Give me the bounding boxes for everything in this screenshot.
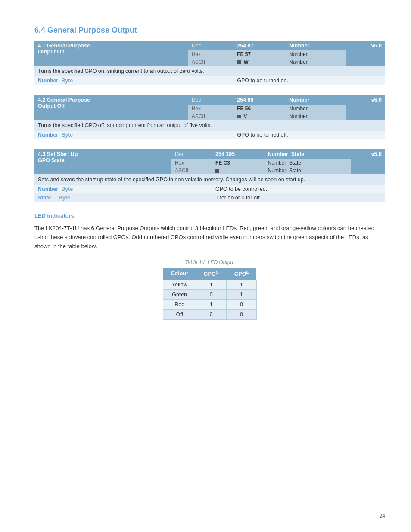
command-table-4-2: 4.2 General Purpose Output Off Dec 254 8… <box>34 95 385 139</box>
cmd-ascii-param-4-3: Number State <box>265 167 351 174</box>
table-caption: Table 14: LED Output <box>34 259 385 265</box>
cmd-type-dec-4-3: Dec <box>171 149 212 159</box>
cmd-ascii-param-4-2: Number <box>286 112 346 120</box>
cmd-version-4-2: v5.0 <box>346 95 385 120</box>
led-colour-off: Off <box>163 309 196 319</box>
led-table: Colour GPOO GPOE Yellow 1 1 Green 0 1 Re… <box>163 268 257 319</box>
cmd-desc-4-1: Turns the specified GPO on, sinking curr… <box>34 66 385 76</box>
led-colour-yellow: Yellow <box>163 280 196 289</box>
led-off-gpoe: 0 <box>227 309 257 319</box>
cmd-desc-row-4-2: Turns the specified GPO off, sourcing cu… <box>34 120 385 131</box>
cmd-version-4-1: v5.0 <box>346 41 385 66</box>
cmd-name-4-3: 4.3 Set Start Up GPO State <box>34 149 171 174</box>
cmd-ascii-param-4-1: Number <box>286 58 346 66</box>
cmd-param-row-4-2-0: Number Byte GPO to be turned off. <box>34 131 385 139</box>
section-number: 6.4 <box>34 26 45 34</box>
led-row-yellow: Yellow 1 1 <box>163 280 257 289</box>
cmd-hex-param-4-3: Number State <box>265 159 351 167</box>
cmd-type-hex-4-3: Hex <box>171 159 212 167</box>
cmd-ascii-val-4-1: W <box>234 58 286 66</box>
led-green-gpoe: 1 <box>227 289 257 299</box>
cmd-header-row-4-1: 4.1 General Purpose Output On Dec 254 87… <box>34 41 385 50</box>
command-block-4-3: 4.3 Set Start Up GPO State Dec 254 195 N… <box>34 149 385 202</box>
cmd-dec-val-4-1: 254 87 <box>234 41 286 50</box>
led-row-off: Off 0 0 <box>163 309 257 319</box>
section-title: 6.4 General Purpose Output <box>34 26 385 35</box>
led-col-gpo0: GPOO <box>196 268 227 280</box>
cmd-hex-val-4-3: FE C3 <box>212 159 265 167</box>
cmd-desc-row-4-3: Sets and saves the start up state of the… <box>34 174 385 185</box>
cmd-desc-4-2: Turns the specified GPO off, sourcing cu… <box>34 120 385 131</box>
led-row-green: Green 0 1 <box>163 289 257 299</box>
cmd-name-4-1: 4.1 General Purpose Output On <box>34 41 188 66</box>
led-table-header-row: Colour GPOO GPOE <box>163 268 257 280</box>
cmd-dec-param-4-1: Number <box>286 41 346 50</box>
cmd-type-hex-4-1: Hex <box>188 50 234 58</box>
cmd-hex-param-4-1: Number <box>286 50 346 58</box>
cmd-hex-val-4-1: FE 57 <box>234 50 286 58</box>
cmd-type-ascii-4-3: ASCII <box>171 167 212 174</box>
led-red-gpo0: 1 <box>196 299 227 309</box>
led-yellow-gpo0: 1 <box>196 280 227 289</box>
cmd-dec-param-4-2: Number <box>286 95 346 105</box>
cmd-dec-val-4-3: 254 195 <box>212 149 265 159</box>
cmd-header-row-4-3: 4.3 Set Start Up GPO State Dec 254 195 N… <box>34 149 385 159</box>
command-block-4-2: 4.2 General Purpose Output Off Dec 254 8… <box>34 95 385 139</box>
cmd-ascii-val-4-2: V <box>234 112 286 120</box>
section-heading: General Purpose Output <box>47 26 137 34</box>
page-number: 24 <box>380 513 385 519</box>
cmd-ascii-val-4-3: ├ <box>212 167 265 174</box>
cmd-type-dec-4-1: Dec <box>188 41 234 50</box>
command-table-4-1: 4.1 General Purpose Output On Dec 254 87… <box>34 41 385 85</box>
led-colour-green: Green <box>163 289 196 299</box>
cmd-type-dec-4-2: Dec <box>188 95 234 105</box>
cmd-header-row-4-2: 4.2 General Purpose Output Off Dec 254 8… <box>34 95 385 105</box>
led-red-gpoe: 0 <box>227 299 257 309</box>
cmd-param-row-4-3-0: Number Byte GPO to be controlled. <box>34 185 385 193</box>
cmd-name-4-2: 4.2 General Purpose Output Off <box>34 95 188 120</box>
led-section: LED Indicators The LK204-7T-1U has 6 Gen… <box>34 212 385 320</box>
cmd-hex-param-4-2: Number <box>286 105 346 112</box>
cmd-type-ascii-4-1: ASCII <box>188 58 234 66</box>
cmd-type-hex-4-2: Hex <box>188 105 234 112</box>
led-yellow-gpoe: 1 <box>227 280 257 289</box>
cmd-dec-param-4-3: Number State <box>265 149 351 159</box>
led-col-gpoe: GPOE <box>227 268 257 280</box>
led-col-colour: Colour <box>163 268 196 280</box>
cmd-hex-val-4-2: FE 56 <box>234 105 286 112</box>
cmd-param-row-4-1-0: Number Byte GPO to be turned on. <box>34 76 385 85</box>
cmd-desc-row-4-1: Turns the specified GPO on, sinking curr… <box>34 66 385 76</box>
led-paragraph: The LK204-7T-1U has 6 General Purpose Ou… <box>34 224 385 251</box>
led-table-wrap: Colour GPOO GPOE Yellow 1 1 Green 0 1 Re… <box>34 268 385 319</box>
led-green-gpo0: 0 <box>196 289 227 299</box>
led-colour-red: Red <box>163 299 196 309</box>
cmd-dec-val-4-2: 254 86 <box>234 95 286 105</box>
cmd-desc-4-3: Sets and saves the start up state of the… <box>34 174 385 185</box>
led-row-red: Red 1 0 <box>163 299 257 309</box>
cmd-param-row-4-3-1: State Byte 1 for on or 0 for off. <box>34 193 385 202</box>
led-off-gpo0: 0 <box>196 309 227 319</box>
cmd-type-ascii-4-2: ASCII <box>188 112 234 120</box>
command-block-4-1: 4.1 General Purpose Output On Dec 254 87… <box>34 41 385 85</box>
led-title: LED Indicators <box>34 212 385 219</box>
cmd-version-4-3: v5.0 <box>351 149 385 174</box>
command-table-4-3: 4.3 Set Start Up GPO State Dec 254 195 N… <box>34 149 385 202</box>
